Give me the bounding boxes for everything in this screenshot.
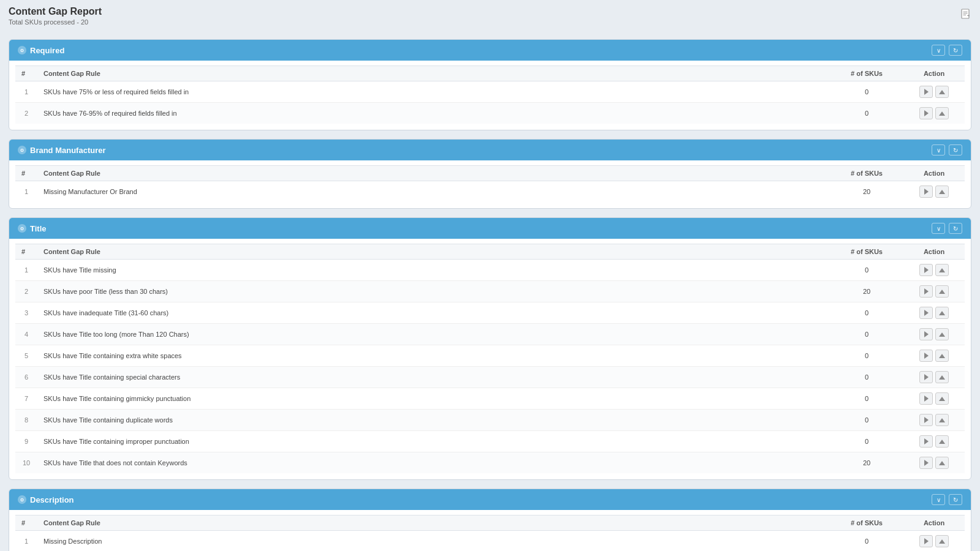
table-wrapper-title: # Content Gap Rule # of SKUs Action 1 SK… [9, 239, 971, 479]
play-button[interactable] [919, 371, 933, 383]
section-collapse-btn-brand-manufacturer[interactable]: ∨ [932, 144, 945, 156]
play-icon [924, 438, 929, 444]
section-icon-title: o [18, 224, 26, 233]
row-num: 5 [15, 345, 37, 367]
table-row: 8 SKUs have Title containing duplicate w… [15, 410, 965, 431]
play-icon [924, 460, 929, 466]
row-skus: 0 [830, 260, 903, 281]
row-action [903, 281, 965, 302]
action-btns [910, 350, 959, 362]
section-required: o Required ∨ ↻ # Content Gap Rule # of S… [9, 39, 971, 130]
table-title: # Content Gap Rule # of SKUs Action 1 SK… [15, 244, 965, 473]
section-header-left-title: o Title [18, 224, 47, 233]
play-button[interactable] [919, 86, 933, 98]
export-button[interactable] [935, 535, 949, 547]
play-button[interactable] [919, 535, 933, 547]
action-btns [910, 107, 959, 119]
table-row: 10 SKUs have Title that does not contain… [15, 452, 965, 474]
export-icon [939, 539, 945, 544]
action-btns [910, 457, 959, 469]
table-row: 2 SKUs have poor Title (less than 30 cha… [15, 281, 965, 302]
row-num: 8 [15, 410, 37, 431]
play-button[interactable] [919, 392, 933, 405]
section-title-brand-manufacturer: Brand Manufacturer [30, 146, 106, 155]
row-num: 1 [15, 531, 37, 552]
export-icon[interactable] [960, 9, 971, 23]
section-collapse-btn-required[interactable]: ∨ [932, 45, 945, 56]
row-num: 1 [15, 181, 37, 203]
row-num: 1 [15, 260, 37, 281]
section-collapse-btn-description[interactable]: ∨ [932, 494, 945, 505]
row-action [903, 181, 965, 203]
row-action [903, 260, 965, 281]
table-row: 9 SKUs have Title containing improper pu… [15, 431, 965, 452]
play-icon [924, 267, 929, 273]
export-button[interactable] [935, 328, 949, 340]
col-header-rule: Content Gap Rule [37, 66, 830, 81]
col-header-num: # [15, 244, 37, 260]
export-icon [939, 90, 945, 94]
col-header-action: Action [903, 166, 965, 181]
section-title-title: Title [30, 224, 47, 233]
export-icon [939, 190, 945, 194]
col-header-action: Action [903, 515, 965, 531]
row-skus: 0 [830, 345, 903, 367]
row-skus: 0 [830, 103, 903, 124]
export-button[interactable] [935, 371, 949, 383]
export-button[interactable] [935, 350, 949, 362]
row-num: 4 [15, 324, 37, 345]
row-num: 6 [15, 367, 37, 388]
row-rule: SKUs have 76-95% of required fields fill… [37, 103, 830, 124]
action-btns [910, 392, 959, 405]
export-button[interactable] [935, 435, 949, 448]
col-header-num: # [15, 515, 37, 531]
export-button[interactable] [935, 285, 949, 298]
section-refresh-btn-title[interactable]: ↻ [949, 223, 962, 234]
table-row: 7 SKUs have Title containing gimmicky pu… [15, 388, 965, 410]
row-rule: SKUs have Title that does not contain Ke… [37, 452, 830, 474]
play-button[interactable] [919, 264, 933, 276]
export-icon [939, 332, 945, 337]
play-button[interactable] [919, 457, 933, 469]
play-button[interactable] [919, 435, 933, 448]
row-skus: 0 [830, 302, 903, 324]
export-icon [939, 461, 945, 465]
col-header-rule: Content Gap Rule [37, 515, 830, 531]
row-skus: 0 [830, 81, 903, 103]
row-skus: 0 [830, 431, 903, 452]
play-button[interactable] [919, 186, 933, 198]
play-icon [924, 538, 929, 544]
sections-container: o Required ∨ ↻ # Content Gap Rule # of S… [9, 39, 971, 551]
export-icon [939, 375, 945, 380]
section-collapse-btn-title[interactable]: ∨ [932, 223, 945, 234]
play-button[interactable] [919, 350, 933, 362]
export-button[interactable] [935, 186, 949, 198]
play-button[interactable] [919, 414, 933, 426]
export-button[interactable] [935, 107, 949, 119]
page-subtitle: Total SKUs processed - 20 [9, 18, 102, 26]
section-refresh-btn-brand-manufacturer[interactable]: ↻ [949, 144, 962, 156]
section-refresh-btn-description[interactable]: ↻ [949, 494, 962, 505]
table-wrapper-required: # Content Gap Rule # of SKUs Action 1 SK… [9, 61, 971, 130]
export-button[interactable] [935, 264, 949, 276]
section-header-left-description: o Description [18, 495, 74, 504]
export-icon [939, 397, 945, 401]
play-icon [924, 417, 929, 423]
export-button[interactable] [935, 414, 949, 426]
export-button[interactable] [935, 307, 949, 319]
section-header-left-brand-manufacturer: o Brand Manufacturer [18, 146, 106, 155]
export-icon [939, 440, 945, 444]
row-skus: 0 [830, 531, 903, 552]
play-button[interactable] [919, 328, 933, 340]
action-btns [910, 264, 959, 276]
export-button[interactable] [935, 457, 949, 469]
export-button[interactable] [935, 392, 949, 405]
row-num: 3 [15, 302, 37, 324]
play-button[interactable] [919, 107, 933, 119]
section-refresh-btn-required[interactable]: ↻ [949, 45, 962, 56]
play-icon [924, 110, 929, 116]
export-button[interactable] [935, 86, 949, 98]
action-btns [910, 414, 959, 426]
play-button[interactable] [919, 285, 933, 298]
play-button[interactable] [919, 307, 933, 319]
